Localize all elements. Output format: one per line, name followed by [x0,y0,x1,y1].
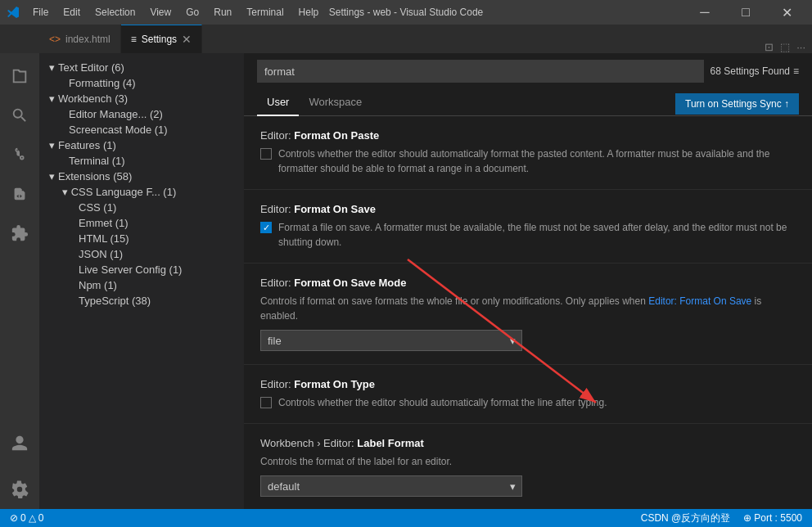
activity-run-debug[interactable] [0,174,39,214]
sidebar-item-features[interactable]: ▾ Features (1) [39,137,244,153]
csdn-label: CSDN @反方向的登 [641,511,731,525]
tab-index-html[interactable]: <> index.html [39,25,121,53]
filter-icon[interactable]: ≡ [793,65,799,77]
search-count: 68 Settings Found ≡ [710,65,799,77]
menu-help[interactable]: Help [292,5,326,20]
menu-go[interactable]: Go [179,5,205,20]
setting-format-on-save: Editor: Format On Save ✓ Format a file o… [244,190,812,264]
menu-edit[interactable]: Edit [56,5,87,20]
menu-view[interactable]: View [143,5,178,20]
toggle-layout-icon[interactable]: ⬚ [780,41,790,53]
format-on-paste-title: Editor: Format On Paste [260,129,796,142]
status-errors[interactable]: ⊘ 0 △ 0 [7,512,47,524]
label-format-select[interactable]: default short medium long [260,475,522,497]
settings-scroll[interactable]: Editor: Format On Paste Controls whether… [244,116,812,509]
minimize-button[interactable]: ─ [686,0,724,25]
sidebar-item-extensions[interactable]: ▾ Extensions (58) [39,169,244,184]
status-left: ⊘ 0 △ 0 [7,512,47,524]
title-bar-left: File Edit Selection View Go Run Terminal… [7,5,325,20]
workbench-label: Workbench (3) [58,92,128,105]
format-on-type-checkbox-row: Controls whether the editor should autom… [260,395,796,410]
label-format-prefix: Workbench › Editor: [260,437,357,449]
warning-icon: △ [29,512,36,524]
activity-explorer[interactable] [0,56,39,96]
tab-bar: <> index.html ≡ Settings ✕ ⊡ ⬚ ··· [0,25,812,53]
format-on-paste-checkbox[interactable] [260,148,272,160]
sidebar-item-emmet[interactable]: Emmet (1) [39,215,244,231]
format-on-type-name: Format On Type [294,378,375,390]
tab-settings-close[interactable]: ✕ [182,33,192,46]
extensions-arrow: ▾ [49,170,55,182]
workbench-arrow: ▾ [49,92,55,105]
tab-settings-label: Settings [142,34,177,45]
sidebar-item-text-editor[interactable]: ▾ Text Editor (6) [39,60,244,75]
split-editor-icon[interactable]: ⊡ [765,41,774,53]
sidebar-item-screencast[interactable]: Screencast Mode (1) [39,122,244,137]
setting-format-on-paste: Editor: Format On Paste Controls whether… [244,116,812,190]
sidebar-item-html[interactable]: HTML (15) [39,231,244,246]
search-input[interactable] [257,60,704,83]
sidebar-item-json[interactable]: JSON (1) [39,246,244,262]
activity-settings[interactable] [0,470,39,509]
window-controls: ─ □ ✕ [686,0,805,25]
format-on-type-desc: Controls whether the editor should autom… [278,395,607,410]
window-title: Settings - web - Visual Studio Code [329,7,484,18]
main-layout: ▾ Text Editor (6) Formatting (4) ▾ Workb… [0,53,812,509]
error-count: 0 [20,512,26,524]
format-on-save-checkbox[interactable]: ✓ [260,222,272,233]
sidebar-item-editor-manage[interactable]: Editor Manage... (2) [39,106,244,122]
search-count-text: 68 Settings Found [710,65,790,77]
setting-format-on-save-mode: ⚙ Editor: Format On Save Mode Controls i… [244,264,812,365]
tab-user[interactable]: User [257,92,299,116]
status-csdn[interactable]: CSDN @反方向的登 [638,511,734,525]
tab-workspace[interactable]: Workspace [299,92,372,116]
sidebar-item-live-server[interactable]: Live Server Config (1) [39,262,244,277]
css-language-arrow: ▾ [62,186,68,198]
format-on-paste-prefix: Editor: [260,129,294,142]
label-format-select-wrapper: default short medium long [260,475,522,497]
menu-file[interactable]: File [26,5,55,20]
sync-button[interactable]: Turn on Settings Sync ↑ [675,93,799,115]
activity-account[interactable] [0,424,39,463]
menu-terminal[interactable]: Terminal [240,5,290,20]
activity-extensions[interactable] [0,214,39,253]
format-on-save-mode-prefix: Editor: [260,277,294,289]
format-on-paste-checkbox-row: Controls whether the editor should autom… [260,146,796,176]
format-on-type-checkbox[interactable] [260,397,272,408]
format-on-type-prefix: Editor: [260,378,294,390]
close-button[interactable]: ✕ [768,0,805,25]
tab-index-html-label: index.html [65,34,111,45]
format-on-save-link[interactable]: Editor: Format On Save [648,295,751,307]
format-on-save-title: Editor: Format On Save [260,203,796,215]
format-on-save-prefix: Editor: [260,203,294,215]
sidebar-item-typescript[interactable]: TypeScript (38) [39,293,244,309]
tab-settings-icon: ≡ [131,34,137,45]
sidebar-item-formatting[interactable]: Formatting (4) [39,75,244,91]
maximize-button[interactable]: □ [727,0,765,25]
menu-selection[interactable]: Selection [88,5,142,20]
status-bar: ⊘ 0 △ 0 CSDN @反方向的登 ⊕ Port : 5500 [0,509,812,527]
terminal-label: Terminal (1) [69,155,125,167]
editor-manage-label: Editor Manage... (2) [69,108,163,120]
sidebar-item-css[interactable]: CSS (1) [39,200,244,215]
screencast-label: Screencast Mode (1) [69,124,168,136]
features-arrow: ▾ [49,139,55,151]
menu-run[interactable]: Run [207,5,238,20]
title-bar: File Edit Selection View Go Run Terminal… [0,0,812,25]
status-port[interactable]: ⊕ Port : 5500 [740,512,805,524]
text-editor-label: Text Editor (6) [58,61,124,74]
sidebar-item-terminal[interactable]: Terminal (1) [39,153,244,169]
search-bar: 68 Settings Found ≡ [244,53,812,89]
activity-search[interactable] [0,96,39,135]
activity-source-control[interactable] [0,135,39,174]
tab-settings[interactable]: ≡ Settings ✕ [121,25,202,53]
warning-count: 0 [38,512,44,524]
port-label: Port : 5500 [754,512,802,524]
sidebar-item-npm[interactable]: Npm (1) [39,277,244,293]
sidebar-item-workbench[interactable]: ▾ Workbench (3) [39,91,244,106]
more-actions-icon[interactable]: ··· [796,41,805,53]
sidebar-item-css-language[interactable]: ▾ CSS Language F... (1) [39,184,244,200]
menu-bar: File Edit Selection View Go Run Terminal… [26,5,325,20]
setting-format-on-type: ⚙ Editor: Format On Type Controls whethe… [244,365,812,424]
format-on-save-mode-select[interactable]: file modifications modificationsIfAvaila… [260,330,522,351]
